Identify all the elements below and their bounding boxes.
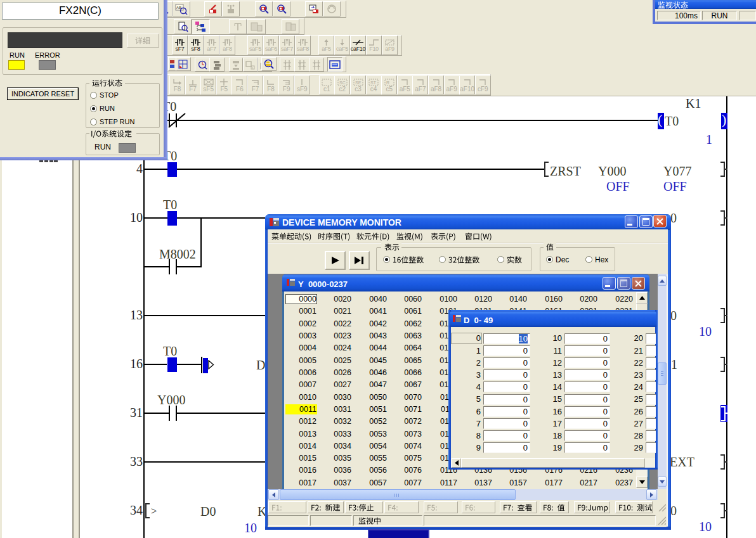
svg-text:R: R [386, 80, 389, 85]
svg-text:ST: ST [370, 80, 377, 85]
svg-text:SE: SE [355, 80, 362, 85]
svg-text:SC: SC [339, 80, 346, 85]
